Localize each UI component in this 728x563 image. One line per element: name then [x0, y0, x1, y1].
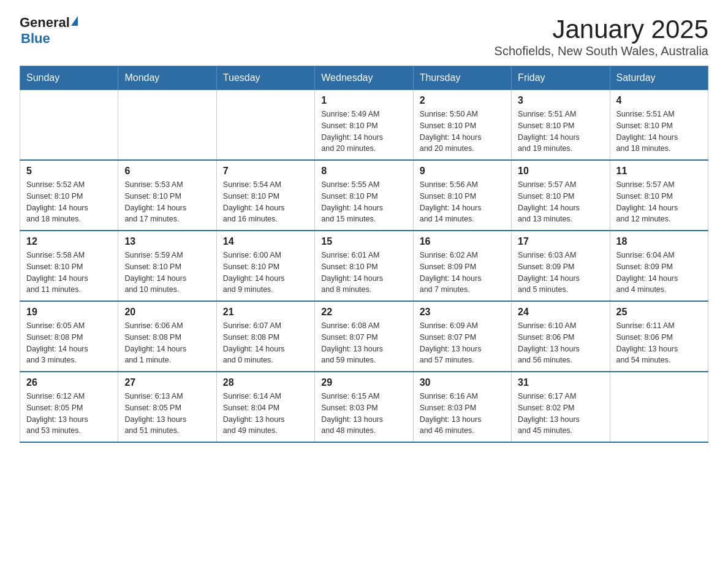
day-number: 5 — [26, 166, 112, 177]
calendar-cell: 4Sunrise: 5:51 AM Sunset: 8:10 PM Daylig… — [610, 90, 708, 161]
day-info: Sunrise: 6:08 AM Sunset: 8:07 PM Dayligh… — [321, 320, 406, 366]
day-number: 29 — [321, 377, 406, 388]
day-info: Sunrise: 6:06 AM Sunset: 8:08 PM Dayligh… — [124, 320, 210, 366]
day-info: Sunrise: 6:07 AM Sunset: 8:08 PM Dayligh… — [223, 320, 308, 366]
calendar-cell: 18Sunrise: 6:04 AM Sunset: 8:09 PM Dayli… — [610, 231, 708, 301]
day-info: Sunrise: 6:16 AM Sunset: 8:03 PM Dayligh… — [420, 391, 505, 437]
day-number: 7 — [223, 166, 308, 177]
calendar-day-header: Friday — [512, 66, 610, 90]
day-number: 25 — [616, 307, 702, 318]
day-info: Sunrise: 5:59 AM Sunset: 8:10 PM Dayligh… — [124, 250, 210, 296]
calendar-week-row: 19Sunrise: 6:05 AM Sunset: 8:08 PM Dayli… — [20, 301, 708, 372]
calendar-day-header: Thursday — [413, 66, 511, 90]
calendar-cell: 9Sunrise: 5:56 AM Sunset: 8:10 PM Daylig… — [413, 160, 511, 231]
calendar-cell: 26Sunrise: 6:12 AM Sunset: 8:05 PM Dayli… — [20, 372, 118, 442]
calendar-day-header: Wednesday — [315, 66, 413, 90]
logo-blue-text: Blue — [21, 31, 50, 47]
day-info: Sunrise: 6:12 AM Sunset: 8:05 PM Dayligh… — [26, 391, 112, 437]
calendar-cell: 12Sunrise: 5:58 AM Sunset: 8:10 PM Dayli… — [20, 231, 118, 301]
calendar-cell — [20, 90, 118, 161]
calendar-cell: 24Sunrise: 6:10 AM Sunset: 8:06 PM Dayli… — [512, 301, 610, 372]
day-info: Sunrise: 6:15 AM Sunset: 8:03 PM Dayligh… — [321, 391, 406, 437]
day-number: 6 — [124, 166, 210, 177]
logo-triangle-icon — [71, 16, 78, 26]
day-number: 15 — [321, 236, 406, 247]
day-number: 11 — [616, 166, 702, 177]
day-number: 30 — [420, 377, 505, 388]
calendar-cell: 25Sunrise: 6:11 AM Sunset: 8:06 PM Dayli… — [610, 301, 708, 372]
calendar-week-row: 26Sunrise: 6:12 AM Sunset: 8:05 PM Dayli… — [20, 372, 708, 442]
day-info: Sunrise: 6:05 AM Sunset: 8:08 PM Dayligh… — [26, 320, 112, 366]
calendar-cell: 13Sunrise: 5:59 AM Sunset: 8:10 PM Dayli… — [118, 231, 216, 301]
day-number: 21 — [223, 307, 308, 318]
calendar-cell: 31Sunrise: 6:17 AM Sunset: 8:02 PM Dayli… — [512, 372, 610, 442]
page-title: January 2025 — [495, 15, 708, 44]
day-info: Sunrise: 6:14 AM Sunset: 8:04 PM Dayligh… — [223, 391, 308, 437]
calendar-cell: 30Sunrise: 6:16 AM Sunset: 8:03 PM Dayli… — [413, 372, 511, 442]
day-number: 26 — [26, 377, 112, 388]
calendar-cell — [118, 90, 216, 161]
day-number: 3 — [518, 95, 603, 106]
calendar-cell: 29Sunrise: 6:15 AM Sunset: 8:03 PM Dayli… — [315, 372, 413, 442]
calendar-cell: 3Sunrise: 5:51 AM Sunset: 8:10 PM Daylig… — [512, 90, 610, 161]
calendar-header-row: SundayMondayTuesdayWednesdayThursdayFrid… — [20, 66, 708, 90]
calendar-cell: 14Sunrise: 6:00 AM Sunset: 8:10 PM Dayli… — [216, 231, 314, 301]
day-info: Sunrise: 6:13 AM Sunset: 8:05 PM Dayligh… — [124, 391, 210, 437]
calendar-day-header: Saturday — [610, 66, 708, 90]
day-number: 19 — [26, 307, 112, 318]
calendar-cell: 19Sunrise: 6:05 AM Sunset: 8:08 PM Dayli… — [20, 301, 118, 372]
calendar-cell: 16Sunrise: 6:02 AM Sunset: 8:09 PM Dayli… — [413, 231, 511, 301]
calendar-cell: 20Sunrise: 6:06 AM Sunset: 8:08 PM Dayli… — [118, 301, 216, 372]
day-info: Sunrise: 5:49 AM Sunset: 8:10 PM Dayligh… — [321, 109, 406, 155]
day-number: 27 — [124, 377, 210, 388]
day-number: 24 — [518, 307, 603, 318]
day-number: 2 — [420, 95, 505, 106]
day-info: Sunrise: 5:53 AM Sunset: 8:10 PM Dayligh… — [124, 179, 210, 225]
day-number: 17 — [518, 236, 603, 247]
calendar-cell: 27Sunrise: 6:13 AM Sunset: 8:05 PM Dayli… — [118, 372, 216, 442]
day-info: Sunrise: 5:50 AM Sunset: 8:10 PM Dayligh… — [420, 109, 505, 155]
page-subtitle: Schofields, New South Wales, Australia — [495, 44, 708, 58]
day-number: 1 — [321, 95, 406, 106]
day-number: 13 — [124, 236, 210, 247]
day-info: Sunrise: 6:00 AM Sunset: 8:10 PM Dayligh… — [223, 250, 308, 296]
day-info: Sunrise: 5:54 AM Sunset: 8:10 PM Dayligh… — [223, 179, 308, 225]
day-info: Sunrise: 6:04 AM Sunset: 8:09 PM Dayligh… — [616, 250, 702, 296]
calendar-table: SundayMondayTuesdayWednesdayThursdayFrid… — [20, 66, 708, 443]
day-number: 28 — [223, 377, 308, 388]
day-number: 12 — [26, 236, 112, 247]
calendar-cell — [610, 372, 708, 442]
calendar-day-header: Tuesday — [216, 66, 314, 90]
day-info: Sunrise: 6:09 AM Sunset: 8:07 PM Dayligh… — [420, 320, 505, 366]
calendar-cell: 17Sunrise: 6:03 AM Sunset: 8:09 PM Dayli… — [512, 231, 610, 301]
logo-general-text: General — [20, 15, 70, 31]
calendar-day-header: Sunday — [20, 66, 118, 90]
day-info: Sunrise: 5:56 AM Sunset: 8:10 PM Dayligh… — [420, 179, 505, 225]
day-number: 4 — [616, 95, 702, 106]
calendar-cell: 7Sunrise: 5:54 AM Sunset: 8:10 PM Daylig… — [216, 160, 314, 231]
day-number: 22 — [321, 307, 406, 318]
day-number: 14 — [223, 236, 308, 247]
calendar-cell: 23Sunrise: 6:09 AM Sunset: 8:07 PM Dayli… — [413, 301, 511, 372]
calendar-day-header: Monday — [118, 66, 216, 90]
logo: General Blue — [20, 15, 78, 47]
day-info: Sunrise: 5:58 AM Sunset: 8:10 PM Dayligh… — [26, 250, 112, 296]
calendar-cell: 1Sunrise: 5:49 AM Sunset: 8:10 PM Daylig… — [315, 90, 413, 161]
day-info: Sunrise: 5:57 AM Sunset: 8:10 PM Dayligh… — [616, 179, 702, 225]
day-number: 10 — [518, 166, 603, 177]
calendar-cell: 8Sunrise: 5:55 AM Sunset: 8:10 PM Daylig… — [315, 160, 413, 231]
day-number: 9 — [420, 166, 505, 177]
calendar-cell: 5Sunrise: 5:52 AM Sunset: 8:10 PM Daylig… — [20, 160, 118, 231]
calendar-cell: 11Sunrise: 5:57 AM Sunset: 8:10 PM Dayli… — [610, 160, 708, 231]
day-info: Sunrise: 6:01 AM Sunset: 8:10 PM Dayligh… — [321, 250, 406, 296]
day-info: Sunrise: 6:17 AM Sunset: 8:02 PM Dayligh… — [518, 391, 603, 437]
day-info: Sunrise: 5:51 AM Sunset: 8:10 PM Dayligh… — [616, 109, 702, 155]
calendar-cell — [216, 90, 314, 161]
day-number: 8 — [321, 166, 406, 177]
day-info: Sunrise: 6:11 AM Sunset: 8:06 PM Dayligh… — [616, 320, 702, 366]
calendar-cell: 2Sunrise: 5:50 AM Sunset: 8:10 PM Daylig… — [413, 90, 511, 161]
title-block: January 2025 Schofields, New South Wales… — [495, 15, 708, 58]
calendar-week-row: 1Sunrise: 5:49 AM Sunset: 8:10 PM Daylig… — [20, 90, 708, 161]
day-number: 20 — [124, 307, 210, 318]
page-header: General Blue January 2025 Schofields, Ne… — [20, 15, 708, 58]
